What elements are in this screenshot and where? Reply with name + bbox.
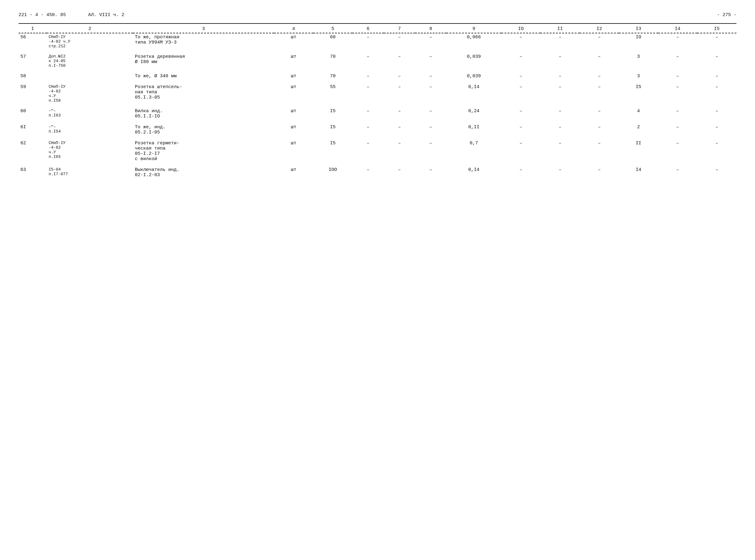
col-header-14: I4 [658, 25, 697, 33]
header-right: - 275 - [717, 12, 736, 18]
col-header-2: 2 [47, 25, 133, 33]
spacer-row [19, 80, 736, 83]
spacer-row [19, 104, 736, 107]
col-header-12: I2 [580, 25, 619, 33]
table-row: 63I5-04 п.I7-077Выключатель инд. 02-I.2-… [19, 166, 736, 179]
col-header-10: IO [501, 25, 541, 33]
spacer-row [19, 136, 736, 139]
spacer-row [19, 50, 736, 53]
main-table: I 2 3 4 5 6 7 8 9 IO II I2 I3 I4 I5 56СН… [19, 25, 736, 179]
column-header-row: I 2 3 4 5 6 7 8 9 IO II I2 I3 I4 I5 [19, 25, 736, 33]
doc-number: 221 - 4 - 450. 85 [19, 12, 66, 18]
table-row: 56СНиП-IУ -4-82 ч.У стр.212То же, протяж… [19, 33, 736, 50]
col-header-4: 4 [274, 25, 313, 33]
col-header-8: 8 [415, 25, 446, 33]
col-header-11: II [540, 25, 580, 33]
doc-part: АЛ. VIII ч. 2 [88, 12, 124, 18]
col-header-9: 9 [446, 25, 501, 33]
col-header-3: 3 [133, 25, 274, 33]
spacer-row [19, 163, 736, 166]
table-row: 6I–"– п.I54То же, инд. 05.2.I-05штI5–––0… [19, 123, 736, 136]
table-row: 62СНиП-IУ -4-82 ч.У п.I65Розетка гермети… [19, 139, 736, 163]
spacer-row [19, 120, 736, 123]
table-row: 57Доп.№I2 к 24-05 п.I-750Розетка деревян… [19, 53, 736, 69]
col-header-5: 5 [313, 25, 353, 33]
table-row: 59СНиП-IУ -4-82 ч.У п.I58Розетка штепсел… [19, 83, 736, 104]
col-header-13: I3 [619, 25, 658, 33]
spacer-row [19, 69, 736, 72]
col-header-1: I [19, 25, 47, 33]
page-header: 221 - 4 - 450. 85 АЛ. VIII ч. 2 - 275 - [19, 12, 736, 18]
table-row: 58То же, Ø 340 ммшт70–––0,039–––3–– [19, 72, 736, 80]
header-left: 221 - 4 - 450. 85 АЛ. VIII ч. 2 [19, 12, 124, 18]
page-number: - 275 - [717, 12, 736, 18]
col-header-15: I5 [697, 25, 736, 33]
col-header-6: 6 [352, 25, 384, 33]
col-header-7: 7 [384, 25, 415, 33]
top-divider [19, 23, 736, 24]
table-row: 60–"– п.I63Вилка инд. 05.I.I-IOштI5–––0,… [19, 107, 736, 120]
